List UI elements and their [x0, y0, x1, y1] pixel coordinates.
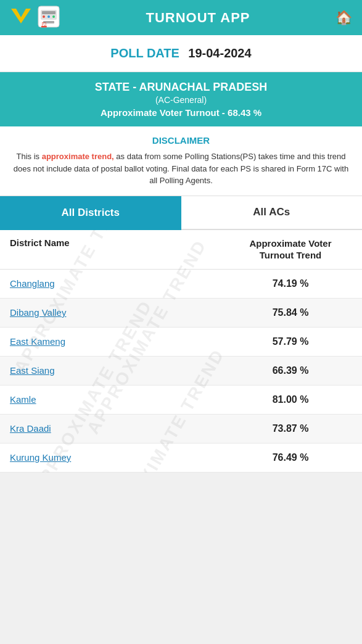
- table-row: Dibang Valley 75.84 %: [0, 299, 362, 328]
- svg-marker-0: [11, 9, 31, 23]
- tab-all-acs[interactable]: All ACs: [181, 196, 363, 230]
- home-icon[interactable]: 🏠: [335, 10, 352, 26]
- svg-point-6: [52, 15, 55, 18]
- app-title: TURNOUT APP: [146, 10, 250, 26]
- svg-rect-3: [42, 11, 56, 14]
- turnout-kamle: 81.00 %: [229, 394, 352, 405]
- district-kra-daadi[interactable]: Kra Daadi: [10, 423, 229, 434]
- district-east-siang[interactable]: East Siang: [10, 365, 229, 376]
- state-turnout: Approximate Voter Turnout - 68.43 %: [6, 107, 356, 118]
- poll-date-section: POLL DATE 19-04-2024: [0, 35, 362, 72]
- disclaimer-highlight: approximate trend,: [42, 152, 114, 161]
- logo-group: 🗳: [10, 5, 60, 31]
- col-turnout-header: Approximate Voter Turnout Trend: [229, 237, 352, 262]
- election-symbol-icon: 🗳: [37, 5, 60, 31]
- district-kurung-kumey[interactable]: Kurung Kumey: [10, 452, 229, 463]
- table-row: Kra Daadi 73.87 %: [0, 415, 362, 444]
- poll-date-label: POLL DATE: [110, 46, 179, 60]
- turnout-dibang-valley: 75.84 %: [229, 307, 352, 318]
- disclaimer-text: This is approximate trend, as data from …: [11, 151, 351, 187]
- table-row: Kurung Kumey 76.49 %: [0, 444, 362, 473]
- tab-all-districts[interactable]: All Districts: [0, 196, 181, 230]
- poll-date-value: 19-04-2024: [188, 46, 251, 60]
- col-district-header: District Name: [10, 237, 229, 262]
- disclaimer-before: This is: [17, 152, 42, 161]
- turnout-changlang: 74.19 %: [229, 278, 352, 289]
- disclaimer-section: DISCLAIMER This is approximate trend, as…: [0, 126, 362, 196]
- table-row: East Kameng 57.79 %: [0, 328, 362, 357]
- table-row: Changlang 74.19 %: [0, 270, 362, 299]
- app-header: 🗳 TURNOUT APP 🏠: [0, 0, 362, 35]
- district-kamle[interactable]: Kamle: [10, 394, 229, 405]
- table-header: District Name Approximate Voter Turnout …: [0, 230, 362, 270]
- table-row: Kamle 81.00 %: [0, 386, 362, 415]
- district-table: APPROXIMATE TREND APPROXIMATE TREND APPR…: [0, 230, 362, 473]
- turnout-kurung-kumey: 76.49 %: [229, 452, 352, 463]
- district-dibang-valley[interactable]: Dibang Valley: [10, 307, 229, 318]
- district-changlang[interactable]: Changlang: [10, 278, 229, 289]
- turnout-east-siang: 66.39 %: [229, 365, 352, 376]
- svg-point-5: [47, 15, 50, 18]
- svg-text:🗳: 🗳: [41, 22, 47, 28]
- turnout-east-kameng: 57.79 %: [229, 336, 352, 347]
- state-title: STATE - ARUNACHAL PRADESH: [6, 81, 356, 94]
- table-row: East Siang 66.39 %: [0, 357, 362, 386]
- district-east-kameng[interactable]: East Kameng: [10, 336, 229, 347]
- logo-v-icon: [10, 5, 32, 31]
- state-banner: STATE - ARUNACHAL PRADESH (AC-General) A…: [0, 72, 362, 126]
- tabs: All Districts All ACs: [0, 196, 362, 230]
- state-subtitle: (AC-General): [6, 95, 356, 105]
- svg-point-4: [43, 15, 45, 18]
- turnout-kra-daadi: 73.87 %: [229, 423, 352, 434]
- disclaimer-title: DISCLAIMER: [11, 135, 351, 146]
